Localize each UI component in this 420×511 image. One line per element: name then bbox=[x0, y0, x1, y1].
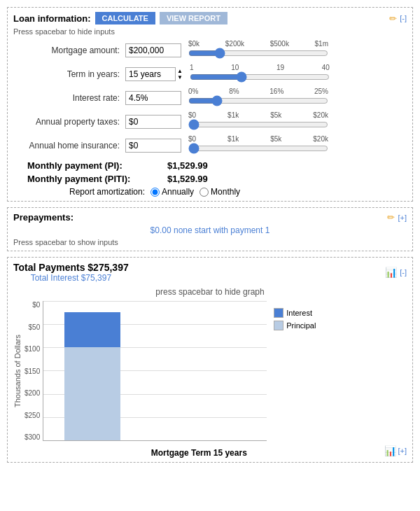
amortization-annually-label[interactable]: Annually bbox=[150, 187, 194, 197]
amortization-annually-text: Annually bbox=[162, 187, 194, 197]
home-insurance-slider[interactable] bbox=[188, 143, 328, 154]
press-show-hint: Press spacebar to show inputs bbox=[13, 238, 407, 246]
monthly-pi-label: Monthly payment (PI): bbox=[27, 160, 167, 171]
home-insurance-label: Annual home insurance: bbox=[13, 141, 125, 150]
insurance-slider-area: $0 $1k $5k $20k bbox=[188, 135, 328, 156]
loan-title: Loan information: bbox=[13, 13, 91, 24]
bar-chart-icon: 📊 bbox=[385, 267, 397, 278]
totals-amounts: Total Payments $275,397 Total Interest $… bbox=[13, 262, 129, 283]
monthly-piti-label: Monthly payment (PITI): bbox=[27, 174, 167, 184]
prepayments-title: Prepayments: bbox=[13, 212, 74, 223]
bar-principal bbox=[64, 347, 120, 440]
amortization-annually-radio[interactable] bbox=[150, 188, 160, 197]
y-axis-label: Thousands of Dollars bbox=[13, 301, 22, 441]
total-interest-text: Total Interest $75,397 bbox=[13, 273, 129, 283]
insurance-ticks: $0 $1k $5k $20k bbox=[188, 135, 328, 143]
chart-footer: Mortgage Term 15 years 📊 [+] bbox=[13, 444, 407, 458]
total-payments-text: Total Payments $275,397 bbox=[13, 262, 129, 273]
prepayments-info: $0.00 none start with payment 1 bbox=[13, 225, 407, 235]
monthly-pi-row: Monthly payment (PI): $1,529.99 bbox=[27, 160, 407, 171]
monthly-pi-value: $1,529.99 bbox=[167, 160, 208, 171]
chart-container: Thousands of Dollars $300 $250 $200 $150… bbox=[13, 301, 407, 441]
interest-rate-slider[interactable] bbox=[188, 95, 328, 106]
taxes-ticks: $0 $1k $5k $20k bbox=[188, 111, 328, 119]
prepayments-section: Prepayments: ✏ [+] $0.00 none start with… bbox=[7, 207, 413, 251]
totals-section: Total Payments $275,397 Total Interest $… bbox=[7, 257, 413, 463]
chart-legend: Interest Principal bbox=[274, 308, 316, 330]
home-insurance-input[interactable] bbox=[125, 139, 181, 153]
property-taxes-label: Annual property taxes: bbox=[13, 117, 125, 127]
amortization-monthly-label[interactable]: Monthly bbox=[200, 187, 240, 197]
amortization-monthly-text: Monthly bbox=[211, 187, 240, 197]
term-years-input[interactable] bbox=[125, 67, 176, 81]
amortization-row: Report amortization: Annually Monthly bbox=[69, 187, 407, 197]
prepayments-edit-icon[interactable]: ✏ bbox=[387, 212, 395, 223]
gridline-300 bbox=[43, 301, 267, 302]
totals-header: Total Payments $275,397 Total Interest $… bbox=[13, 262, 407, 283]
term-years-row: Term in years: ▲ ▼ 1 10 19 40 bbox=[13, 64, 407, 85]
term-ticks: 1 10 19 40 bbox=[190, 64, 330, 71]
legend-interest: Interest bbox=[274, 308, 316, 318]
prepayments-expand-link[interactable]: [+] bbox=[398, 214, 407, 222]
legend-principal-color bbox=[274, 321, 284, 330]
term-spinner[interactable]: ▲ ▼ bbox=[177, 68, 183, 80]
term-years-slider[interactable] bbox=[190, 71, 330, 83]
calculate-button[interactable]: CALCULATE bbox=[95, 12, 155, 24]
loan-section-header: Loan information: CALCULATE VIEW REPORT … bbox=[13, 12, 407, 24]
interest-ticks: 0% 8% 16% 25% bbox=[188, 88, 328, 95]
home-insurance-row: Annual home insurance: $0 $1k $5k $20k bbox=[13, 135, 407, 156]
property-taxes-slider[interactable] bbox=[188, 119, 328, 130]
term-input-wrapper: ▲ ▼ bbox=[125, 67, 183, 81]
legend-principal: Principal bbox=[274, 321, 316, 330]
prepayments-controls: ✏ [+] bbox=[387, 212, 407, 223]
press-spacebar-hint: Press spacebar to hide inputs bbox=[13, 27, 407, 36]
prepayments-header: Prepayments: ✏ [+] bbox=[13, 212, 407, 223]
property-taxes-row: Annual property taxes: $0 $1k $5k $20k bbox=[13, 111, 407, 132]
term-slider-area: 1 10 19 40 bbox=[190, 64, 330, 85]
mortgage-slider-area: $0k $200k $500k $1m bbox=[188, 40, 328, 61]
amortization-label: Report amortization: bbox=[69, 187, 145, 197]
loan-header-controls: ✏ [-] bbox=[389, 13, 407, 24]
chart-plot bbox=[43, 301, 267, 441]
loan-collapse-link[interactable]: [-] bbox=[400, 14, 407, 22]
chart-bar-group bbox=[64, 312, 120, 440]
view-report-button[interactable]: VIEW REPORT bbox=[160, 12, 227, 24]
chart-bar-icon: 📊 bbox=[384, 445, 396, 456]
legend-interest-label: Interest bbox=[286, 309, 312, 317]
bar-interest bbox=[64, 312, 120, 347]
interest-rate-label: Interest rate: bbox=[13, 93, 125, 103]
amortization-monthly-radio[interactable] bbox=[200, 188, 209, 197]
monthly-piti-value: $1,529.99 bbox=[167, 174, 208, 184]
totals-controls: 📊 [-] bbox=[385, 267, 407, 278]
chart-expand-link[interactable]: [+] bbox=[398, 447, 407, 455]
interest-slider-area: 0% 8% 16% 25% bbox=[188, 88, 328, 108]
graph-title: press spacebar to hide graph bbox=[13, 287, 407, 297]
edit-icon[interactable]: ✏ bbox=[389, 13, 397, 24]
term-years-label: Term in years: bbox=[13, 69, 125, 79]
mortgage-amount-row: Mortgage amount: $0k $200k $500k $1m bbox=[13, 40, 407, 61]
mortgage-ticks: $0k $200k $500k $1m bbox=[188, 40, 328, 48]
loan-information-section: Loan information: CALCULATE VIEW REPORT … bbox=[7, 7, 413, 202]
monthly-piti-row: Monthly payment (PITI): $1,529.99 bbox=[27, 174, 407, 184]
y-axis-labels: $300 $250 $200 $150 $100 $50 $0 bbox=[24, 301, 40, 441]
totals-collapse-link[interactable]: [-] bbox=[400, 268, 407, 276]
mortgage-amount-slider[interactable] bbox=[188, 48, 328, 59]
property-taxes-input[interactable] bbox=[125, 115, 181, 129]
mortgage-amount-input[interactable] bbox=[125, 43, 181, 57]
interest-rate-row: Interest rate: 0% 8% 16% 25% bbox=[13, 88, 407, 108]
interest-rate-input[interactable] bbox=[125, 91, 181, 105]
chart-footer-controls: 📊 [+] bbox=[384, 445, 407, 456]
legend-principal-label: Principal bbox=[286, 321, 316, 330]
legend-interest-color bbox=[274, 308, 284, 318]
x-axis-label: Mortgage Term 15 years bbox=[13, 448, 384, 458]
taxes-slider-area: $0 $1k $5k $20k bbox=[188, 111, 328, 132]
mortgage-amount-label: Mortgage amount: bbox=[13, 46, 125, 55]
x-axis-label-wrapper: Mortgage Term 15 years bbox=[13, 444, 384, 458]
chart-with-y: $300 $250 $200 $150 $100 $50 $0 bbox=[24, 301, 267, 441]
